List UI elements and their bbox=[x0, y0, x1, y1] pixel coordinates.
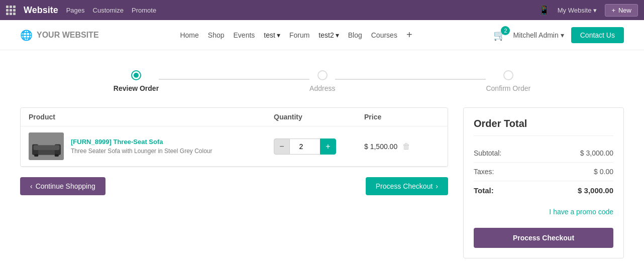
chevron-down-icon: ▾ bbox=[277, 31, 280, 39]
product-image bbox=[29, 132, 64, 160]
quantity-input[interactable] bbox=[290, 138, 320, 155]
step-label-review: Review Order bbox=[114, 84, 159, 92]
site-name: YOUR WEBSITE bbox=[37, 31, 99, 40]
svg-rect-4 bbox=[34, 154, 38, 157]
site-nav-right: 🛒 2 Mitchell Admin ▾ Contact Us bbox=[493, 27, 624, 43]
total-value: $ 3,000.00 bbox=[578, 186, 613, 195]
price-cell: $ 1,500.00 🗑 bbox=[364, 142, 440, 151]
subtotal-label: Subtotal: bbox=[474, 149, 501, 157]
plus-icon: + bbox=[611, 7, 615, 14]
step-label-address: Address bbox=[309, 84, 335, 92]
taxes-line: Taxes: $ 0.00 bbox=[474, 163, 613, 181]
nav-blog[interactable]: Blog bbox=[348, 31, 362, 39]
cart-section: Product Quantity Price bbox=[20, 107, 624, 258]
admin-nav-customize[interactable]: Customize bbox=[93, 7, 124, 14]
step-label-confirm: Confirm Order bbox=[486, 84, 530, 92]
product-description: Three Seater Sofa with Lounger in Steel … bbox=[71, 148, 212, 155]
sofa-svg bbox=[30, 134, 63, 159]
my-website-btn[interactable]: My Website ▾ bbox=[558, 7, 597, 14]
table-row: [FURN_8999] Three-Seat Sofa Three Seater… bbox=[21, 126, 448, 167]
chevron-right-icon: › bbox=[436, 182, 438, 190]
quantity-decrease-button[interactable]: − bbox=[274, 138, 290, 155]
step-circle-address bbox=[317, 70, 328, 80]
nav-forum[interactable]: Forum bbox=[289, 31, 309, 39]
taxes-value: $ 0.00 bbox=[594, 168, 613, 176]
taxes-label: Taxes: bbox=[474, 168, 494, 176]
nav-shop[interactable]: Shop bbox=[208, 31, 225, 39]
admin-bar-right: 📱 My Website ▾ + New bbox=[539, 4, 638, 17]
order-total-title: Order Total bbox=[474, 118, 613, 136]
step-connector-1 bbox=[159, 79, 309, 80]
nav-events[interactable]: Events bbox=[234, 31, 255, 39]
col-product: Product bbox=[29, 113, 274, 121]
site-nav-links: Home Shop Events test ▾ Forum test2 ▾ Bl… bbox=[180, 29, 412, 41]
nav-test2[interactable]: test2 ▾ bbox=[318, 31, 339, 39]
order-total-box: Order Total Subtotal: $ 3,000.00 Taxes: … bbox=[463, 107, 624, 258]
contact-us-button[interactable]: Contact Us bbox=[571, 27, 624, 43]
col-price: Price bbox=[364, 113, 440, 121]
chevron-down-icon: ▾ bbox=[593, 7, 597, 14]
step-address: Address bbox=[309, 70, 335, 92]
admin-nav: Pages Customize Promote bbox=[66, 7, 156, 14]
site-nav: 🌐 YOUR WEBSITE Home Shop Events test ▾ F… bbox=[0, 20, 644, 50]
step-review: Review Order bbox=[114, 70, 159, 92]
action-row: ‹ Continue Shopping Process Checkout › bbox=[20, 177, 448, 195]
svg-rect-3 bbox=[33, 145, 59, 150]
grid-icon[interactable] bbox=[6, 6, 16, 15]
chevron-left-icon: ‹ bbox=[30, 182, 33, 190]
cart-table-header: Product Quantity Price bbox=[21, 108, 448, 126]
user-menu-button[interactable]: Mitchell Admin ▾ bbox=[513, 31, 564, 39]
process-checkout-button-sidebar[interactable]: Process Checkout bbox=[474, 228, 613, 248]
step-connector-2 bbox=[335, 79, 486, 80]
step-confirm: Confirm Order bbox=[486, 70, 530, 92]
cart-button[interactable]: 🛒 2 bbox=[493, 29, 506, 41]
nav-home[interactable]: Home bbox=[180, 31, 198, 39]
continue-shopping-button[interactable]: ‹ Continue Shopping bbox=[20, 177, 105, 195]
cart-table: Product Quantity Price bbox=[20, 107, 448, 167]
total-line: Total: $ 3,000.00 bbox=[474, 181, 613, 200]
chevron-down-icon: ▾ bbox=[561, 31, 564, 39]
admin-bar: Website Pages Customize Promote 📱 My Web… bbox=[0, 0, 644, 20]
chevron-down-icon: ▾ bbox=[336, 31, 339, 39]
mobile-icon[interactable]: 📱 bbox=[539, 5, 550, 16]
svg-rect-5 bbox=[54, 154, 58, 157]
add-nav-item-button[interactable]: + bbox=[406, 29, 412, 41]
step-circle-confirm bbox=[503, 70, 513, 80]
nav-courses[interactable]: Courses bbox=[371, 31, 397, 39]
col-quantity: Quantity bbox=[274, 113, 364, 121]
quantity-increase-button[interactable]: + bbox=[320, 138, 336, 155]
admin-bar-left: Website Pages Customize Promote bbox=[6, 5, 156, 16]
quantity-control: − + bbox=[274, 138, 364, 155]
delete-item-button[interactable]: 🗑 bbox=[402, 142, 410, 151]
subtotal-line: Subtotal: $ 3,000.00 bbox=[474, 144, 613, 163]
admin-nav-promote[interactable]: Promote bbox=[132, 7, 156, 14]
total-label: Total: bbox=[474, 186, 494, 195]
process-checkout-button-main[interactable]: Process Checkout › bbox=[366, 177, 448, 195]
cart-left: Product Quantity Price bbox=[20, 107, 448, 258]
site-logo: 🌐 YOUR WEBSITE bbox=[20, 29, 99, 41]
promo-code-link[interactable]: I have a promo code bbox=[474, 208, 613, 216]
item-price: $ 1,500.00 bbox=[364, 143, 397, 151]
nav-test[interactable]: test ▾ bbox=[264, 31, 280, 39]
product-name: [FURN_8999] Three-Seat Sofa bbox=[71, 138, 212, 146]
product-cell: [FURN_8999] Three-Seat Sofa Three Seater… bbox=[29, 132, 274, 160]
admin-nav-pages[interactable]: Pages bbox=[66, 7, 85, 14]
product-info: [FURN_8999] Three-Seat Sofa Three Seater… bbox=[71, 138, 212, 155]
globe-icon: 🌐 bbox=[20, 29, 33, 41]
step-circle-review bbox=[131, 70, 141, 80]
cart-badge: 2 bbox=[501, 26, 510, 35]
subtotal-value: $ 3,000.00 bbox=[580, 149, 613, 157]
new-button[interactable]: + New bbox=[605, 4, 638, 17]
main-content: Review Order Address Confirm Order Produ… bbox=[0, 50, 644, 268]
admin-logo[interactable]: Website bbox=[24, 5, 58, 16]
checkout-steps: Review Order Address Confirm Order bbox=[20, 70, 624, 92]
